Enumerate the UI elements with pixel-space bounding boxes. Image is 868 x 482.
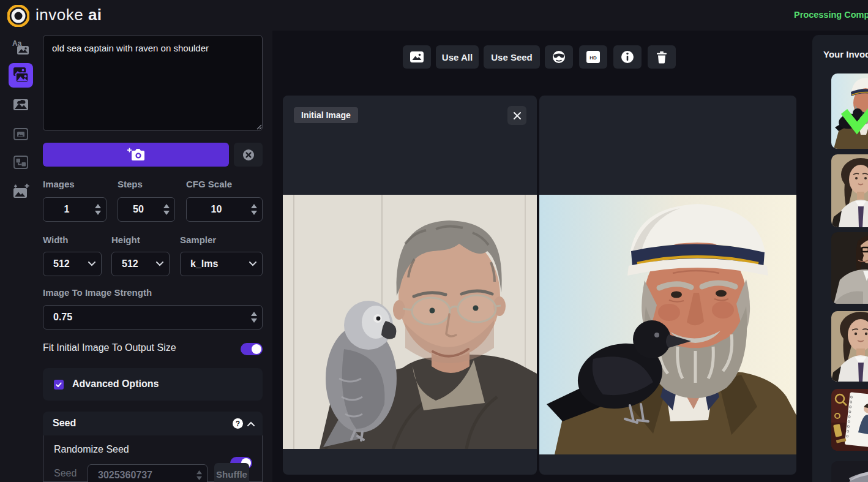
trash-icon bbox=[656, 51, 667, 64]
initial-image-panel: Initial Image bbox=[283, 96, 537, 475]
use-all-button[interactable]: Use All bbox=[436, 45, 479, 69]
steps-input[interactable]: 50 bbox=[118, 197, 175, 222]
result-image-panel bbox=[539, 96, 796, 475]
outpainting-icon bbox=[12, 125, 30, 143]
gallery-panel: Your Invocations bbox=[812, 35, 868, 482]
upscale-button[interactable]: HD bbox=[579, 45, 607, 69]
chevron-down-icon bbox=[244, 262, 262, 266]
info-icon bbox=[620, 50, 635, 64]
tab-outpainting[interactable] bbox=[10, 123, 32, 145]
gallery-thumbnail[interactable] bbox=[831, 461, 868, 482]
sampler-select[interactable]: k_lms bbox=[180, 252, 263, 276]
invokeai-app: invoke ai Processing Complete Aa bbox=[0, 0, 868, 482]
randomize-seed-label: Randomize Seed bbox=[54, 444, 129, 455]
gallery-thumbnail[interactable] bbox=[831, 232, 868, 304]
image-icon bbox=[410, 51, 424, 62]
brand-bold: ai bbox=[88, 6, 102, 24]
details-button[interactable] bbox=[613, 45, 642, 69]
use-seed-button[interactable]: Use Seed bbox=[484, 45, 540, 69]
steps-stepper[interactable] bbox=[159, 203, 174, 216]
help-icon[interactable]: ? bbox=[233, 418, 243, 429]
tab-nodes[interactable] bbox=[10, 151, 32, 173]
chevron-down-icon bbox=[83, 262, 101, 266]
chevron-up-icon[interactable] bbox=[247, 421, 255, 426]
cfg-scale-input[interactable]: 10 bbox=[186, 197, 263, 222]
seed-section-title: Seed bbox=[53, 418, 76, 429]
seed-value-input[interactable]: 3025360737 bbox=[88, 464, 208, 482]
invoke-logo-icon bbox=[7, 5, 29, 27]
tab-image-to-image[interactable] bbox=[9, 63, 33, 88]
top-bar: invoke ai Processing Complete bbox=[0, 0, 868, 31]
shuffle-button[interactable]: Shuffle bbox=[214, 463, 249, 482]
seed-value-label: Seed bbox=[54, 468, 77, 479]
sampler-label: Sampler bbox=[180, 235, 216, 245]
gallery-thumbnail[interactable] bbox=[831, 154, 868, 227]
advanced-options-checkbox[interactable] bbox=[54, 380, 64, 390]
result-image bbox=[539, 195, 796, 454]
initial-image-badge: Initial Image bbox=[294, 107, 358, 123]
advanced-options-label: Advanced Options bbox=[72, 378, 159, 390]
cfg-scale-label: CFG Scale bbox=[186, 179, 232, 189]
close-icon bbox=[514, 112, 521, 119]
prompt-input[interactable]: old sea captain with raven on shoulder bbox=[43, 35, 263, 131]
tab-text-to-image[interactable]: Aa bbox=[10, 37, 32, 59]
camera-plus-icon bbox=[127, 148, 145, 162]
fit-initial-image-label: Fit Initial Image To Output Size bbox=[43, 342, 176, 353]
tab-unified-canvas[interactable] bbox=[10, 94, 32, 116]
post-processing-icon bbox=[12, 183, 30, 201]
send-to-image-button[interactable] bbox=[403, 45, 431, 69]
steps-label: Steps bbox=[118, 179, 143, 189]
strength-stepper[interactable] bbox=[246, 311, 262, 323]
images-label: Images bbox=[43, 179, 75, 189]
fit-initial-image-toggle[interactable] bbox=[241, 343, 263, 355]
strength-input[interactable]: 0.75 bbox=[43, 305, 263, 329]
delete-image-button[interactable] bbox=[648, 45, 676, 69]
gallery-thumbnail-selected[interactable] bbox=[831, 73, 868, 149]
gallery-title: Your Invocations bbox=[823, 49, 868, 59]
width-select[interactable]: 512 bbox=[43, 252, 102, 276]
seed-stepper[interactable] bbox=[191, 470, 207, 481]
gallery-thumbnail[interactable] bbox=[831, 389, 868, 451]
invoke-button[interactable] bbox=[43, 143, 229, 167]
cfg-stepper[interactable] bbox=[246, 203, 262, 216]
restore-faces-button[interactable] bbox=[545, 45, 573, 69]
brand-regular: invoke bbox=[36, 6, 83, 24]
cancel-x-circle-icon bbox=[242, 148, 255, 162]
nodes-icon bbox=[12, 153, 30, 171]
gallery-thumbnail[interactable] bbox=[831, 311, 868, 382]
strength-label: Image To Image Strength bbox=[43, 287, 152, 298]
height-select[interactable]: 512 bbox=[111, 252, 170, 276]
text-to-image-icon: Aa bbox=[12, 39, 30, 57]
chevron-down-icon bbox=[151, 262, 169, 266]
svg-text:HD: HD bbox=[589, 55, 597, 61]
clear-initial-image-button[interactable] bbox=[507, 106, 526, 125]
brand-title: invoke ai bbox=[36, 6, 102, 24]
check-icon bbox=[55, 381, 62, 388]
textarea-resize-grip[interactable] bbox=[256, 124, 262, 130]
images-input[interactable]: 1 bbox=[43, 197, 107, 222]
unified-canvas-icon bbox=[12, 96, 30, 114]
face-restore-icon bbox=[552, 50, 566, 64]
tab-post-processing[interactable] bbox=[10, 181, 32, 203]
image-to-image-icon bbox=[12, 66, 30, 85]
status-text: Processing Complete bbox=[794, 10, 868, 20]
height-label: Height bbox=[111, 235, 140, 245]
initial-image bbox=[283, 195, 537, 449]
width-label: Width bbox=[43, 235, 69, 245]
cancel-button[interactable] bbox=[234, 143, 263, 167]
images-stepper[interactable] bbox=[90, 203, 106, 216]
seed-section-header[interactable]: Seed ? bbox=[43, 412, 263, 435]
upscale-hd-icon: HD bbox=[586, 51, 600, 63]
